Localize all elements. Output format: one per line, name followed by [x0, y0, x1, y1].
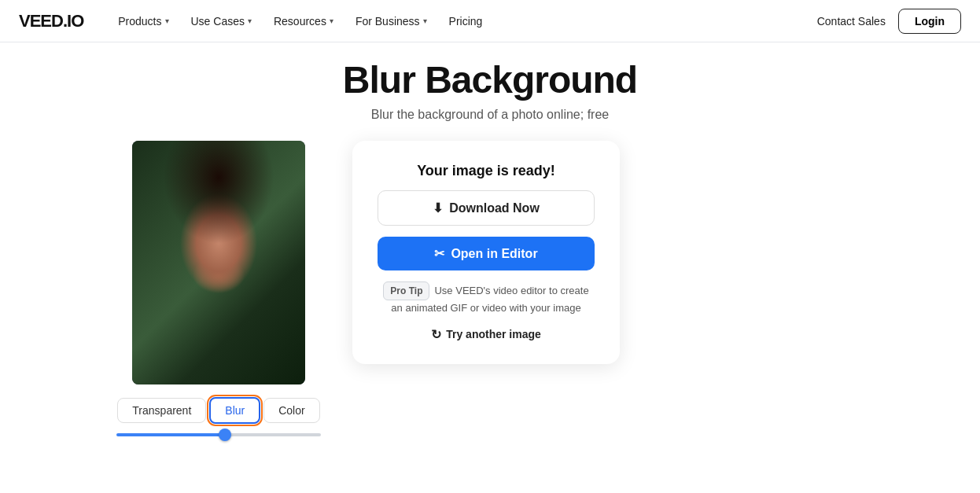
pro-tip-badge: Pro Tip [383, 281, 429, 300]
tool-area: Transparent Blur Color Your image is rea… [116, 141, 864, 436]
scissors-icon: ✂ [434, 246, 444, 261]
result-card: Your image is ready! ⬇ Download Now ✂ Op… [352, 141, 620, 364]
page-title: Blur Background [343, 58, 637, 101]
login-button[interactable]: Login [898, 9, 961, 34]
open-editor-button[interactable]: ✂ Open in Editor [378, 237, 595, 270]
photo-preview [132, 141, 305, 384]
nav-resources[interactable]: Resources ▾ [264, 10, 343, 32]
background-tabs: Transparent Blur Color [117, 397, 319, 424]
contact-sales-link[interactable]: Contact Sales [817, 15, 886, 28]
nav-for-business[interactable]: For Business ▾ [346, 10, 437, 32]
tab-blur[interactable]: Blur [209, 397, 260, 424]
pro-tip-section: Pro TipUse VEED's video editor to create… [378, 281, 595, 316]
refresh-icon: ↻ [431, 327, 441, 342]
main-nav: Products ▾ Use Cases ▾ Resources ▾ For B… [109, 10, 816, 32]
nav-pricing[interactable]: Pricing [440, 10, 492, 32]
blur-slider-row [116, 433, 321, 436]
header: VEED.IO Products ▾ Use Cases ▾ Resources… [0, 0, 980, 42]
card-title: Your image is ready! [417, 163, 555, 179]
pro-tip-text: Pro TipUse VEED's video editor to create… [378, 281, 595, 316]
chevron-down-icon: ▾ [423, 17, 427, 25]
main-content: Blur Background Blur the background of a… [0, 42, 980, 436]
tab-transparent[interactable]: Transparent [117, 398, 206, 423]
download-button[interactable]: ⬇ Download Now [378, 190, 595, 226]
hair-overlay [132, 141, 305, 263]
nav-use-cases[interactable]: Use Cases ▾ [182, 10, 261, 32]
chevron-down-icon: ▾ [330, 17, 333, 25]
page-subtitle: Blur the background of a photo online; f… [371, 108, 609, 122]
image-area: Transparent Blur Color [116, 141, 321, 436]
chevron-down-icon: ▾ [165, 17, 169, 25]
blur-slider-track [116, 433, 321, 436]
header-right: Contact Sales Login [817, 9, 961, 34]
download-icon: ⬇ [433, 201, 443, 215]
blur-slider-thumb[interactable] [219, 429, 231, 441]
chevron-down-icon: ▾ [248, 17, 252, 25]
nav-products[interactable]: Products ▾ [109, 10, 178, 32]
try-another-button[interactable]: ↻ Try another image [431, 327, 541, 342]
tab-color[interactable]: Color [263, 398, 319, 423]
logo[interactable]: VEED.IO [19, 11, 83, 31]
